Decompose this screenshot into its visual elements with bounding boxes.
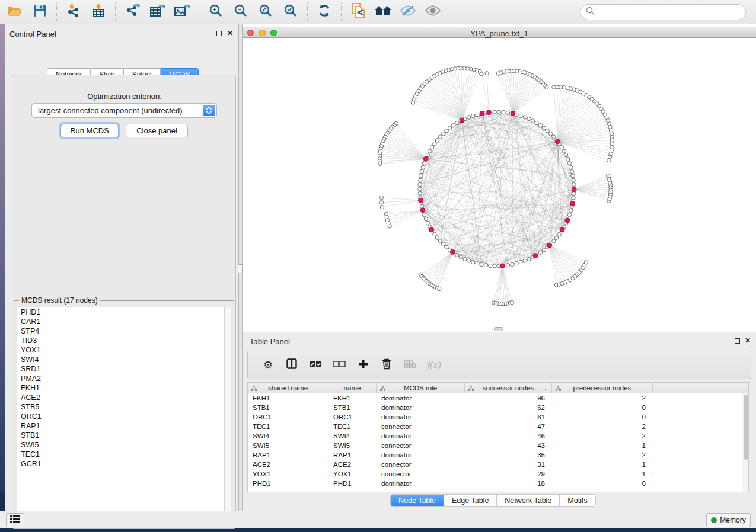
table-cell[interactable]: ACE2 (248, 460, 328, 469)
show-columns-button[interactable] (280, 358, 304, 371)
export-network-button[interactable] (120, 2, 144, 21)
column-header[interactable]: MCDS role (377, 383, 465, 393)
graph-node[interactable] (484, 264, 487, 267)
network-window-titlebar[interactable]: YPA_prune.txt_1 (243, 27, 756, 38)
mcds-result-item[interactable]: STB5 (17, 402, 231, 412)
graph-node[interactable] (510, 300, 513, 304)
mcds-result-item[interactable]: FKH1 (17, 383, 231, 393)
table-cell[interactable]: 2 (552, 450, 653, 460)
table-row[interactable]: STB1STB1dominator620 (248, 403, 748, 412)
graph-node[interactable] (418, 187, 422, 191)
graph-node[interactable] (493, 264, 496, 268)
hide-selected-button[interactable] (396, 2, 420, 21)
table-cell[interactable]: SWI4 (248, 431, 328, 441)
import-table-button[interactable] (87, 2, 110, 21)
mcds-result-item[interactable]: ORC1 (17, 412, 231, 421)
graph-dominator-node[interactable] (511, 111, 515, 116)
graph-node[interactable] (421, 165, 425, 169)
graph-node[interactable] (572, 182, 576, 186)
mcds-result-item[interactable]: STB1 (17, 431, 231, 440)
mcds-result-item[interactable]: SWI4 (17, 355, 231, 364)
graph-node[interactable] (424, 217, 428, 220)
graph-node[interactable] (418, 182, 422, 186)
graph-node[interactable] (422, 161, 426, 165)
table-cell[interactable]: RAP1 (328, 450, 377, 460)
table-cell[interactable]: 46 (465, 431, 552, 441)
graph-node[interactable] (467, 259, 471, 262)
table-cell[interactable]: 62 (465, 403, 552, 412)
graph-dominator-node[interactable] (418, 198, 423, 203)
graph-dominator-node[interactable] (560, 227, 564, 232)
table-row[interactable]: TEC1TEC1connector472 (248, 422, 748, 431)
zoom-fit-button[interactable] (254, 2, 277, 21)
graph-node[interactable] (433, 232, 436, 236)
zoom-out-button[interactable] (229, 2, 253, 21)
tab-network-table[interactable]: Network Table (497, 495, 560, 506)
delete-column-button[interactable] (375, 358, 398, 372)
graph-node[interactable] (445, 129, 448, 133)
graph-node[interactable] (426, 221, 429, 225)
show-all-button[interactable] (421, 2, 445, 21)
graph-node[interactable] (523, 259, 527, 262)
table-cell[interactable]: 1 (552, 469, 653, 479)
table-cell[interactable]: STB1 (328, 403, 377, 412)
graph-node[interactable] (489, 264, 492, 267)
graph-node[interactable] (538, 124, 542, 127)
graph-node[interactable] (523, 116, 527, 119)
graph-node[interactable] (419, 178, 422, 182)
graph-node[interactable] (445, 245, 448, 249)
graph-node[interactable] (463, 257, 467, 261)
panels-list-button[interactable] (6, 513, 24, 527)
table-scrollbar[interactable] (742, 393, 748, 492)
save-session-button[interactable] (28, 2, 52, 21)
graph-dominator-node[interactable] (547, 243, 552, 248)
table-cell[interactable]: SWI4 (328, 431, 377, 441)
mcds-result-item[interactable]: TEC1 (17, 450, 231, 459)
table-cell[interactable]: TEC1 (328, 422, 377, 431)
table-cell[interactable]: connector (377, 460, 465, 469)
graph-node[interactable] (546, 129, 549, 133)
graph-node[interactable] (571, 174, 575, 178)
graph-node[interactable] (438, 287, 441, 290)
graph-node[interactable] (459, 255, 462, 259)
table-cell[interactable]: 0 (552, 412, 653, 422)
table-row[interactable]: YOX1YOX1connector291 (248, 469, 748, 479)
graph-node[interactable] (538, 251, 542, 254)
run-mcds-button[interactable]: Run MCDS (60, 124, 119, 137)
table-cell[interactable]: ORC1 (328, 412, 377, 422)
close-panel-icon[interactable]: ✕ (745, 338, 751, 344)
mcds-result-item[interactable]: STP4 (17, 326, 231, 336)
graph-node[interactable] (567, 161, 571, 165)
graph-dominator-node[interactable] (423, 156, 428, 161)
graph-node[interactable] (535, 121, 538, 125)
table-cell[interactable]: 96 (465, 393, 552, 403)
table-cell[interactable]: dominator (377, 450, 465, 460)
copy-network-view-button[interactable] (346, 2, 370, 21)
table-cell[interactable]: ORC1 (248, 412, 328, 422)
graph-node[interactable] (493, 110, 496, 114)
optimization-criterion-select[interactable]: largest connected component (undirected) (31, 103, 217, 118)
graph-node[interactable] (562, 149, 566, 153)
table-cell[interactable]: 61 (465, 412, 552, 422)
graph-node[interactable] (567, 213, 571, 217)
open-file-button[interactable] (3, 2, 27, 21)
graph-dominator-node[interactable] (500, 264, 505, 268)
mcds-result-item[interactable]: GCR1 (17, 459, 231, 469)
graph-node[interactable] (419, 174, 423, 178)
table-cell[interactable]: SWI5 (328, 441, 377, 450)
graph-node[interactable] (451, 124, 455, 127)
graph-node[interactable] (572, 196, 575, 200)
table-cell[interactable]: 1 (552, 460, 653, 469)
graph-node[interactable] (606, 174, 610, 178)
close-panel-button[interactable]: Close panel (126, 124, 188, 137)
mcds-result-item[interactable]: SRD1 (17, 364, 231, 374)
table-cell[interactable]: YOX1 (248, 469, 328, 479)
graph-node[interactable] (438, 135, 442, 139)
table-cell[interactable]: dominator (377, 403, 465, 412)
table-cell[interactable]: 1 (552, 441, 653, 450)
table-row[interactable]: RAP1RAP1dominator352 (248, 450, 748, 460)
graph-node[interactable] (572, 178, 575, 182)
table-cell[interactable]: 31 (465, 460, 552, 469)
graph-node[interactable] (557, 232, 561, 236)
column-header[interactable]: successor nodes⌄ (465, 383, 552, 393)
